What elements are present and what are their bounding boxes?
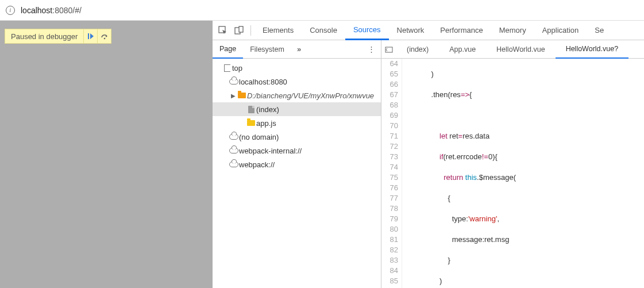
file-tab-helloworld1[interactable]: HelloWorld.vue <box>486 40 556 59</box>
code-source[interactable]: ) .then(res=>{ let ret=res.data if(ret.e… <box>402 59 644 288</box>
device-toolbar-icon[interactable] <box>231 22 247 39</box>
tree-top[interactable]: top <box>213 61 381 75</box>
tab-security[interactable]: Se <box>587 21 612 40</box>
devtools-toolbar: Elements Console Sources Network Perform… <box>213 21 644 40</box>
tree-webpack[interactable]: webpack:// <box>213 158 381 171</box>
tab-elements[interactable]: Elements <box>254 21 302 40</box>
page-overlay: Paused in debugger <box>0 21 213 288</box>
line-numbers: 6465666768697071727374757677787980818283… <box>381 59 402 288</box>
site-info-icon[interactable]: i <box>6 6 15 15</box>
file-tree: top localhost:8080 ▶D:/biancheng/VUE/myX… <box>213 59 381 288</box>
tab-application[interactable]: Application <box>534 21 587 40</box>
resume-button[interactable] <box>83 29 97 43</box>
tree-index-file[interactable]: (index) <box>213 102 381 116</box>
tab-console[interactable]: Console <box>302 21 345 40</box>
code-editor[interactable]: 6465666768697071727374757677787980818283… <box>381 59 644 288</box>
tree-appjs-file[interactable]: app.js <box>213 116 381 130</box>
file-tab-index[interactable]: (index) <box>396 40 439 59</box>
paused-label: Paused in debugger <box>5 32 83 41</box>
svg-rect-0 <box>88 33 89 39</box>
tab-network[interactable]: Network <box>389 21 433 40</box>
tree-project-folder[interactable]: ▶D:/biancheng/VUE/myXnwPro/xnwvue <box>213 89 381 102</box>
file-tab-helloworld2[interactable]: HelloWorld.vue? <box>556 40 628 59</box>
tab-memory[interactable]: Memory <box>491 21 534 40</box>
tree-webpack-internal[interactable]: webpack-internal:// <box>213 144 381 158</box>
sources-subtab-filesystem[interactable]: Filesystem <box>243 40 291 59</box>
tab-sources[interactable]: Sources <box>345 21 389 40</box>
sources-subtab-page[interactable]: Page <box>213 40 243 59</box>
svg-point-1 <box>104 38 106 40</box>
tree-host[interactable]: localhost:8080 <box>213 75 381 89</box>
inspect-element-icon[interactable] <box>215 22 231 39</box>
sources-subtab-menu[interactable]: ⋮ <box>362 45 381 53</box>
paused-in-debugger-banner: Paused in debugger <box>5 29 111 44</box>
sources-subtab-more[interactable]: » <box>291 45 307 53</box>
svg-rect-4 <box>239 26 243 32</box>
url-display[interactable]: localhost:8080/#/ <box>21 6 82 15</box>
file-tab-back-icon[interactable] <box>381 45 396 53</box>
file-tab-appvue[interactable]: App.vue <box>439 40 486 59</box>
step-over-button[interactable] <box>97 29 111 43</box>
tab-performance[interactable]: Performance <box>432 21 491 40</box>
tree-nodomain[interactable]: (no domain) <box>213 130 381 144</box>
svg-rect-5 <box>385 47 392 52</box>
